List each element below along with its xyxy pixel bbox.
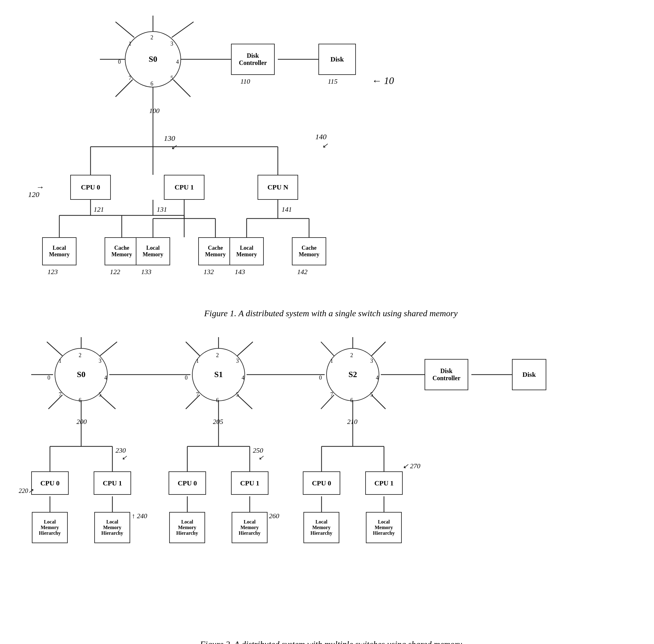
fig2-s1-p1: 1 xyxy=(196,358,199,364)
id-132: 132 xyxy=(204,268,214,276)
fig2-lmh-cpu0-s0-label: LocalMemoryHierarchy xyxy=(39,519,61,536)
cache-memory-142-label: CacheMemory xyxy=(299,245,319,258)
cache-memory-132-label: CacheMemory xyxy=(205,245,226,258)
fig1-caption: Figure 1. A distributed system with a si… xyxy=(19,308,643,318)
fig2-s0-p6: 6 xyxy=(79,397,81,404)
label-200: 200 xyxy=(76,418,87,426)
fig2-s2-p1: 1 xyxy=(330,358,333,364)
svg-line-2 xyxy=(172,22,193,38)
label-131: 131 xyxy=(157,205,167,213)
s0-port2: 2 xyxy=(150,34,153,41)
arrow-130: ↙ xyxy=(171,143,177,151)
fig2-s0-label: S0 xyxy=(77,370,85,379)
fig2-s2-p7: 7 xyxy=(330,391,333,398)
fig2-s1-p3: 3 xyxy=(236,358,239,364)
local-memory-133: LocalMemory xyxy=(136,237,170,265)
id-123: 123 xyxy=(47,268,58,276)
fig2-s2-p4: 4 xyxy=(376,375,379,381)
cpu1: CPU 1 xyxy=(164,175,205,200)
svg-line-37 xyxy=(100,395,116,409)
arrow-140: ↙ xyxy=(322,141,328,150)
cpuN: CPU N xyxy=(258,175,298,200)
svg-line-32 xyxy=(100,342,117,356)
disk-controller-label: DiskController xyxy=(239,52,267,67)
label-270: ↙ 270 xyxy=(403,462,420,470)
label-210: 210 xyxy=(347,418,357,426)
fig2-s1-p5: 5 xyxy=(236,391,239,398)
fig2-s1-p4: 4 xyxy=(242,375,244,381)
fig2-lmh-cpu0-s1: LocalMemoryHierarchy xyxy=(169,512,205,543)
local-memory-143: LocalMemory xyxy=(230,237,264,265)
fig2-s2-p5: 5 xyxy=(370,391,373,398)
s0-port7: 7 xyxy=(129,75,132,82)
arrow-250: ↙ xyxy=(258,454,264,461)
fig2-lmh-cpu1-s2: LocalMemoryHierarchy xyxy=(366,512,402,543)
svg-line-45 xyxy=(321,342,334,356)
fig2-s0-p4: 4 xyxy=(104,375,107,381)
page: S0 0 1 2 3 4 5 6 7 100 DiskController 11… xyxy=(0,0,654,644)
svg-line-30 xyxy=(47,342,63,356)
arrow-120: → xyxy=(36,183,44,192)
fig2-cpu1-s1-label: CPU 1 xyxy=(240,479,259,487)
fig2-cpu1-s1: CPU 1 xyxy=(231,472,268,495)
fig2-lmh-cpu0-s1-label: LocalMemoryHierarchy xyxy=(177,519,198,536)
fig2-lmh-cpu0-s2: LocalMemoryHierarchy xyxy=(303,512,339,543)
fig2-lmh-cpu1-s0: LocalMemoryHierarchy xyxy=(94,512,130,543)
fig2-disk-controller: DiskController xyxy=(424,359,468,390)
local-memory-143-label: LocalMemory xyxy=(236,245,257,258)
fig2-cpu0-s1-label: CPU 0 xyxy=(178,479,197,487)
label-220-arrow: 220↗ xyxy=(19,487,33,495)
cpu0-label: CPU 0 xyxy=(81,183,100,191)
cache-memory-122-label: CacheMemory xyxy=(112,245,132,258)
svg-line-40 xyxy=(237,342,253,356)
fig2-s0-p3: 3 xyxy=(99,358,101,364)
fig2-s2-p3: 3 xyxy=(370,358,373,364)
label-110: 110 xyxy=(240,77,250,86)
label-130: 130 xyxy=(164,134,175,143)
label-140: 140 xyxy=(315,133,327,141)
fig2-lmh-cpu1-s2-label: LocalMemoryHierarchy xyxy=(373,519,395,536)
fig2-lmh-cpu0-s2-label: LocalMemoryHierarchy xyxy=(311,519,332,536)
id-142: 142 xyxy=(297,268,307,276)
fig2-s1-label: S1 xyxy=(214,370,223,379)
fig2-s2-p2: 2 xyxy=(350,352,353,359)
fig2-s0-p1: 1 xyxy=(59,358,62,364)
disk-controller: DiskController xyxy=(231,44,275,75)
fig2-s0-p7: 7 xyxy=(59,391,62,398)
figure2: S0 0 1 2 3 4 5 6 7 200 S1 0 1 2 3 4 5 6 … xyxy=(19,337,643,644)
switch-s0-label: S0 xyxy=(148,55,157,64)
id-133: 133 xyxy=(141,268,151,276)
fig2-s0-p0: 0 xyxy=(47,375,50,381)
label-100: 100 xyxy=(149,107,160,115)
local-memory-123: LocalMemory xyxy=(42,237,76,265)
arrow-230: ↙ xyxy=(122,454,127,461)
svg-line-52 xyxy=(372,395,386,409)
svg-line-6 xyxy=(116,79,133,97)
local-memory-123-label: LocalMemory xyxy=(49,245,70,258)
fig2-s1-p0: 0 xyxy=(185,375,188,381)
fig2-s1-p7: 7 xyxy=(196,391,199,398)
fig2-cpu0-s0: CPU 0 xyxy=(31,472,69,495)
fig2-lmh-cpu1-s1-label: LocalMemoryHierarchy xyxy=(239,519,261,536)
cache-memory-132: CacheMemory xyxy=(198,237,233,265)
fig2-caption-text: Figure 2. A distributed system with mult… xyxy=(200,639,462,644)
cache-memory-142: CacheMemory xyxy=(292,237,326,265)
fig2-s1-p2: 2 xyxy=(216,352,219,359)
s0-port5: 5 xyxy=(170,75,173,82)
fig2-disk-ctrl-label: DiskController xyxy=(433,367,461,382)
fig2-cpu0-s2: CPU 0 xyxy=(303,472,340,495)
s0-port6: 6 xyxy=(150,80,153,87)
figure1: S0 0 1 2 3 4 5 6 7 100 DiskController 11… xyxy=(19,13,643,318)
fig2-cpu0-s1: CPU 0 xyxy=(169,472,206,495)
cpu0: CPU 0 xyxy=(70,175,111,200)
svg-line-44 xyxy=(237,395,252,409)
svg-line-8 xyxy=(173,79,190,97)
label-10-arrow: ← 10 xyxy=(372,75,394,87)
label-121: 121 xyxy=(94,205,104,213)
fig2-cpu0-s0-label: CPU 0 xyxy=(40,479,60,487)
fig1-caption-text: Figure 1. A distributed system with a si… xyxy=(204,308,458,318)
svg-line-47 xyxy=(372,342,386,356)
fig2-s0-p2: 2 xyxy=(79,352,81,359)
fig2-cpu0-s2-label: CPU 0 xyxy=(312,479,331,487)
fig2-s2-p0: 0 xyxy=(319,375,322,381)
